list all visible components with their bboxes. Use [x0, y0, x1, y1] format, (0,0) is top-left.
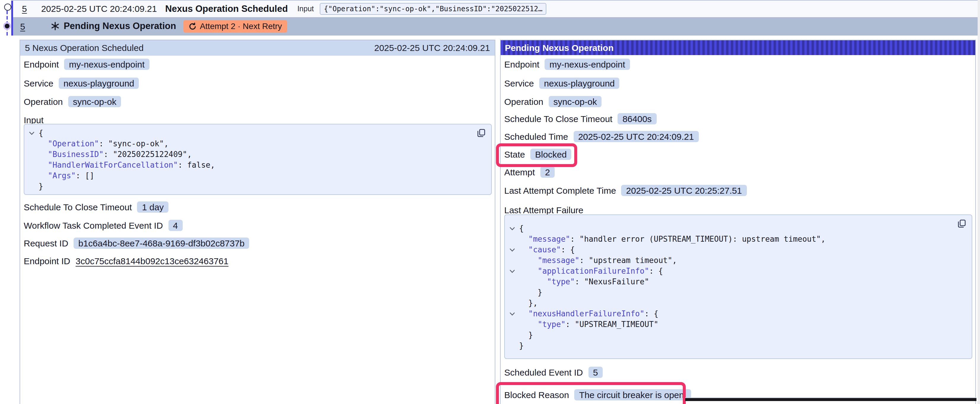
field-row-service: Service nexus-playground: [24, 76, 139, 89]
event-input-label: Input: [297, 5, 314, 13]
code-line-text: }: [519, 330, 533, 340]
collapse-chevron-icon[interactable]: [505, 244, 519, 255]
panel-title: Pending Nexus Operation: [505, 42, 614, 52]
field-value-chip: 4: [168, 220, 183, 231]
field-row-service: Service nexus-playground: [504, 76, 620, 89]
event-id-link[interactable]: 5: [20, 21, 25, 32]
retry-badge: Attempt 2 · Next Retry: [183, 20, 287, 33]
collapse-chevron-icon[interactable]: [505, 223, 519, 234]
code-line-text: },: [519, 298, 538, 308]
selection-accent-bar: [11, 1, 13, 36]
field-row-operation: Operation sync-op-ok: [504, 95, 601, 108]
field-row-endpoint-id: Endpoint ID 3c0c75ccfa8144b092c13ce63246…: [24, 254, 228, 268]
collapse-chevron-icon[interactable]: [505, 308, 519, 319]
collapse-chevron-icon: [24, 149, 38, 160]
field-value-chip: 86400s: [618, 113, 656, 124]
field-label: Scheduled Time: [504, 131, 568, 142]
panel-title: 5 Nexus Operation Scheduled: [25, 43, 143, 53]
asterisk-icon: [51, 22, 60, 30]
code-line-text: "type": "UPSTREAM_TIMEOUT": [519, 319, 659, 330]
field-row-attempt: Attempt 2: [504, 166, 555, 179]
field-value-chip: 5: [588, 367, 603, 378]
field-row-request-id: Request ID b1c6a4bc-8ee7-468a-9169-df3b0…: [24, 236, 250, 249]
code-line-text: "Operation": "sync-op-ok",: [38, 138, 169, 149]
field-row-endpoint: Endpoint my-nexus-endpoint: [24, 58, 150, 71]
field-label: Operation: [24, 97, 63, 107]
code-line-text: "type": "NexusFailure": [519, 276, 649, 287]
event-marker-open-icon: [4, 3, 11, 11]
timeline-connector: [6, 11, 8, 36]
field-value-chip: 2025-02-25 UTC 20:24:09.21: [573, 131, 698, 142]
input-code-block: { "Operation": "sync-op-ok", "BusinessID…: [24, 124, 492, 195]
endpoint-id-link[interactable]: 3c0c75ccfa8144b092c13ce632463761: [76, 256, 228, 266]
field-label: Scheduled Event ID: [504, 367, 583, 377]
field-row-schedule-to-close-timeout: Schedule To Close Timeout 86400s: [504, 112, 656, 125]
event-marker-current-icon: [5, 24, 9, 29]
collapse-chevron-icon: [505, 234, 519, 244]
field-label: Blocked Reason: [504, 390, 569, 400]
field-label: Workflow Task Completed Event ID: [24, 220, 163, 230]
field-label: Operation: [504, 97, 543, 107]
field-row-blocked-reason: Blocked Reason The circuit breaker is op…: [504, 388, 691, 401]
code-line-text: "BusinessID": "20250225122409",: [38, 149, 192, 160]
pending-panel-header: Pending Nexus Operation: [501, 40, 975, 55]
code-line-text: }: [38, 181, 43, 192]
code-line-text: }: [519, 340, 524, 351]
field-value-chip: nexus-playground: [539, 77, 620, 89]
retry-badge-label: Attempt 2 · Next Retry: [200, 22, 282, 31]
collapse-chevron-icon: [505, 319, 519, 330]
field-label: Request ID: [24, 238, 68, 248]
temporal-event-history-view: 5 2025-02-25 UTC 20:24:09.21 Nexus Opera…: [0, 0, 980, 404]
field-row-state: State Blocked: [504, 148, 571, 161]
state-value-chip: Blocked: [530, 149, 571, 160]
collapse-chevron-icon: [505, 255, 519, 266]
code-line-text: "nexusHandlerFailureInfo": {: [519, 308, 659, 319]
event-input-preview[interactable]: {"Operation":"sync-op-ok","BusinessID":"…: [320, 3, 547, 15]
field-label: Schedule To Close Timeout: [504, 114, 612, 124]
collapse-chevron-icon[interactable]: [24, 128, 38, 138]
right-gutter: [978, 0, 980, 404]
collapse-chevron-icon: [24, 138, 38, 149]
code-line-text: "message": "handler error (UPSTREAM_TIME…: [519, 234, 826, 244]
screenshot-bottom-edge: [685, 398, 977, 401]
field-label: Last Attempt Complete Time: [504, 185, 616, 195]
code-line-text: "HandlerWaitForCancellation": false,: [38, 160, 215, 170]
blocked-reason-value-chip: The circuit breaker is open.: [574, 389, 691, 401]
field-value-chip: nexus-playground: [59, 77, 139, 89]
field-row-scheduled-event-id: Scheduled Event ID 5: [504, 366, 603, 379]
field-label: Endpoint: [24, 59, 59, 69]
event-row-pending[interactable]: 5 Pending Nexus Operation Attempt 2 · Ne…: [13, 17, 978, 36]
field-label: Service: [24, 78, 53, 88]
event-detail-panel-scheduled: 5 Nexus Operation Scheduled 2025-02-25 U…: [19, 40, 495, 404]
field-label: Input: [24, 115, 44, 125]
copy-icon: [958, 219, 966, 228]
event-id-link[interactable]: 5: [22, 4, 27, 14]
collapse-chevron-icon: [505, 276, 519, 287]
retry-icon: [189, 22, 196, 30]
field-label: State: [504, 149, 525, 159]
field-value-chip: 2: [540, 166, 555, 178]
field-label: Schedule To Close Timeout: [24, 202, 132, 212]
collapse-chevron-icon: [505, 330, 519, 340]
field-row-operation: Operation sync-op-ok: [24, 95, 121, 108]
field-row-last-attempt-complete-time: Last Attempt Complete Time 2025-02-25 UT…: [504, 184, 746, 197]
event-title: Nexus Operation Scheduled: [165, 3, 288, 14]
collapse-chevron-icon: [505, 287, 519, 298]
collapse-chevron-icon: [24, 170, 38, 181]
event-row-scheduled[interactable]: 5 2025-02-25 UTC 20:24:09.21 Nexus Opera…: [13, 1, 978, 17]
field-value-chip: 2025-02-25 UTC 20:25:27.51: [621, 185, 746, 196]
code-line-text: }: [519, 287, 542, 298]
field-label: Attempt: [504, 167, 535, 177]
field-value-chip: my-nexus-endpoint: [64, 59, 149, 70]
panel-header: 5 Nexus Operation Scheduled 2025-02-25 U…: [20, 40, 495, 55]
collapse-chevron-icon: [24, 160, 38, 170]
field-value-chip: sync-op-ok: [549, 96, 602, 107]
code-line-text: "cause": {: [519, 244, 575, 255]
collapse-chevron-icon[interactable]: [505, 266, 519, 276]
code-line-text: "applicationFailureInfo": {: [519, 266, 663, 276]
field-value-chip: sync-op-ok: [68, 96, 121, 107]
field-row-schedule-to-close-timeout: Schedule To Close Timeout 1 day: [24, 200, 169, 213]
copy-button[interactable]: [477, 128, 486, 137]
copy-button[interactable]: [958, 219, 966, 228]
field-row-endpoint: Endpoint my-nexus-endpoint: [504, 58, 630, 71]
